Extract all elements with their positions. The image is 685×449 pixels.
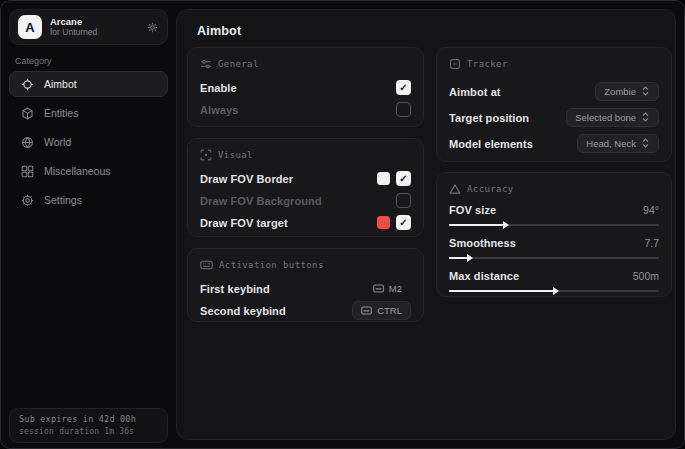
scan-eye-icon bbox=[200, 149, 212, 161]
select-value: Selected bone bbox=[575, 111, 636, 124]
keyboard-icon bbox=[200, 259, 213, 271]
slider-fill bbox=[449, 224, 504, 226]
aimbot-at-select[interactable]: Zombie bbox=[595, 82, 659, 101]
first-keybind-button[interactable]: M2 bbox=[364, 279, 411, 298]
tracker-section: Tracker Aimbot at Zombie Target position… bbox=[436, 47, 672, 162]
select-value: Head, Neck bbox=[586, 137, 636, 150]
page-title: Aimbot bbox=[197, 24, 241, 38]
sidebar-item-label: Aimbot bbox=[44, 78, 77, 90]
smoothness-value: 7.7 bbox=[644, 237, 659, 249]
fov-background-checkbox[interactable] bbox=[396, 193, 411, 208]
target-position-select[interactable]: Selected bone bbox=[566, 108, 659, 127]
gear-icon[interactable] bbox=[146, 21, 159, 34]
keybind-value: M2 bbox=[389, 282, 402, 295]
fov-target-label: Draw FOV target bbox=[200, 217, 288, 229]
model-elements-label: Model elements bbox=[449, 138, 533, 150]
section-title: General bbox=[218, 59, 259, 69]
entities-icon bbox=[21, 107, 34, 120]
fov-border-checkbox[interactable]: ✓ bbox=[396, 171, 411, 186]
fov-border-color-swatch[interactable] bbox=[377, 172, 390, 185]
fov-target-color-swatch[interactable] bbox=[377, 216, 390, 229]
chevrons-up-down-icon bbox=[641, 138, 650, 148]
sidebar-item-world[interactable]: World bbox=[9, 129, 168, 155]
visual-section: Visual Draw FOV Border ✓ Draw FOV Backgr… bbox=[187, 138, 424, 237]
keyboard-icon bbox=[373, 284, 384, 293]
keyboard-icon bbox=[361, 306, 372, 315]
sidebar-item-settings[interactable]: Settings bbox=[9, 187, 168, 213]
triangle-icon bbox=[449, 183, 461, 195]
app-logo: A bbox=[18, 15, 42, 39]
sub-expires-text: Sub expires in 42d 00h bbox=[19, 414, 158, 424]
sidebar-item-label: World bbox=[44, 136, 71, 148]
sidebar-item-aimbot[interactable]: Aimbot bbox=[9, 71, 168, 97]
smoothness-label: Smoothness bbox=[449, 237, 516, 249]
slider-fill bbox=[449, 290, 554, 292]
keybind-value: CTRL bbox=[377, 304, 402, 317]
smoothness-slider[interactable] bbox=[449, 257, 659, 259]
always-checkbox[interactable] bbox=[396, 102, 411, 117]
sidebar-item-miscellaneous[interactable]: Miscellaneous bbox=[9, 158, 168, 184]
always-label: Always bbox=[200, 104, 239, 116]
enable-label: Enable bbox=[200, 82, 237, 94]
enable-checkbox[interactable]: ✓ bbox=[396, 80, 411, 95]
app-name: Arcane bbox=[50, 17, 146, 28]
session-duration-text: session duration 1m 36s bbox=[19, 427, 158, 436]
sidebar: A Arcane for Unturned Category Aimbot bbox=[1, 1, 176, 448]
subscription-status-card: Sub expires in 42d 00h session duration … bbox=[9, 408, 168, 443]
app-header-card: A Arcane for Unturned bbox=[9, 9, 168, 45]
fov-target-checkbox[interactable]: ✓ bbox=[396, 215, 411, 230]
model-elements-select[interactable]: Head, Neck bbox=[577, 134, 659, 153]
slider-fill bbox=[449, 257, 468, 259]
app-window: A Arcane for Unturned Category Aimbot bbox=[0, 0, 685, 449]
section-title: Activation buttons bbox=[219, 260, 324, 270]
fov-size-value: 94° bbox=[643, 204, 659, 216]
crosshair-icon bbox=[21, 78, 34, 91]
select-value: Zombie bbox=[604, 85, 636, 98]
main-panel: Aimbot General Enable ✓ Always bbox=[176, 9, 676, 440]
general-section: General Enable ✓ Always bbox=[187, 47, 424, 127]
chevrons-up-down-icon bbox=[641, 112, 650, 122]
fov-size-slider[interactable] bbox=[449, 224, 659, 226]
chevrons-up-down-icon bbox=[641, 86, 650, 96]
fov-background-label: Draw FOV Background bbox=[200, 195, 322, 207]
target-position-label: Target position bbox=[449, 112, 529, 124]
layout-grid-icon bbox=[21, 165, 34, 178]
max-distance-value: 500m bbox=[633, 270, 659, 282]
sliders-icon bbox=[200, 58, 212, 70]
sidebar-item-label: Entities bbox=[44, 107, 78, 119]
second-keybind-button[interactable]: CTRL bbox=[352, 301, 411, 320]
category-label: Category bbox=[15, 56, 52, 66]
first-keybind-label: First keybind bbox=[200, 283, 270, 295]
sidebar-item-label: Settings bbox=[44, 194, 82, 206]
section-title: Accuracy bbox=[467, 184, 514, 194]
app-subtitle: for Unturned bbox=[50, 28, 146, 38]
fov-border-label: Draw FOV Border bbox=[200, 173, 293, 185]
accuracy-section: Accuracy FOV size 94° Smoothness 7.7 bbox=[436, 172, 672, 297]
sidebar-item-label: Miscellaneous bbox=[44, 165, 111, 177]
sidebar-item-entities[interactable]: Entities bbox=[9, 100, 168, 126]
second-keybind-label: Second keybind bbox=[200, 305, 286, 317]
max-distance-slider[interactable] bbox=[449, 290, 659, 292]
gear-icon bbox=[21, 194, 34, 207]
frame-minus-icon bbox=[449, 58, 461, 70]
globe-icon bbox=[21, 136, 34, 149]
sidebar-nav: Aimbot Entities World Miscellaneous bbox=[9, 71, 168, 216]
section-title: Visual bbox=[218, 150, 253, 160]
section-title: Tracker bbox=[467, 59, 508, 69]
max-distance-label: Max distance bbox=[449, 270, 519, 282]
fov-size-label: FOV size bbox=[449, 204, 496, 216]
activation-section: Activation buttons First keybind M2 Seco… bbox=[187, 248, 424, 322]
aimbot-at-label: Aimbot at bbox=[449, 86, 501, 98]
